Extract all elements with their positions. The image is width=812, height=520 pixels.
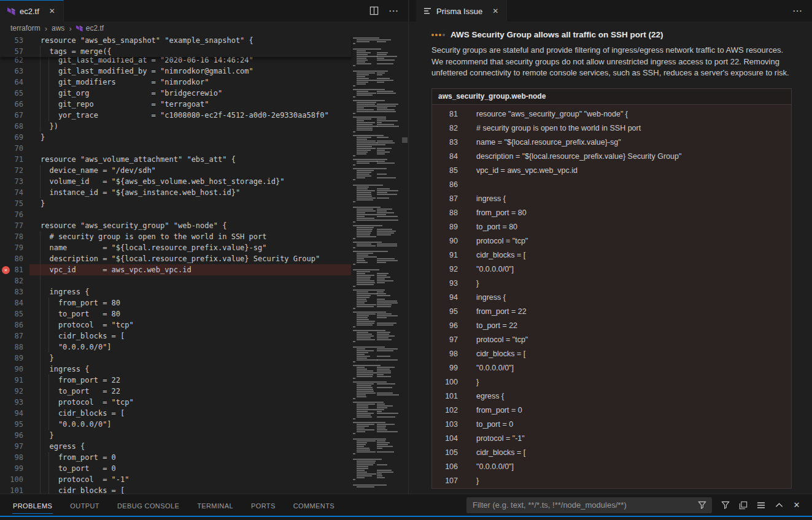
issue-code-line: 94ingress { [432,291,791,305]
code-line[interactable]: 96 } [0,430,408,441]
code-line[interactable]: 89 } [0,353,408,364]
problems-filter-input[interactable]: Filter (e.g. text, **/*.ts, !**/node_mod… [466,497,712,513]
line-number: 90 [0,364,29,375]
code-line[interactable]: ✕81 vpc_id = aws_vpc.web_vpc.id [0,264,408,275]
indent-guide [48,319,49,331]
code-line[interactable]: 78 # security group is open to the world… [0,231,408,242]
line-number: 94 [0,408,29,419]
close-panel-icon[interactable]: ✕ [792,500,802,510]
code-line[interactable]: 88 "0.0.0.0/0"] [0,342,408,353]
breadcrumb-item-aws[interactable]: aws [52,24,64,32]
close-icon[interactable]: ✕ [490,6,500,16]
line-number: 64 [0,77,29,88]
code-line[interactable]: 77resource "aws_security_group" "web-nod… [0,220,408,231]
indent-guide [40,319,41,331]
line-number: 78 [0,231,29,242]
code-line[interactable]: 73 volume_id = "${aws_ebs_volume.web_hos… [0,176,408,187]
code-line[interactable]: 67 yor_trace = "c1008080-ec2f-4512-a0d0-… [0,110,408,121]
code-line[interactable]: 53resource "aws_ebs_snapshot" "example_s… [0,35,351,46]
code-line[interactable]: 99 to_port = 0 [0,463,408,474]
filter-icon[interactable] [721,500,730,510]
more-actions-icon[interactable]: ⋯ [389,6,399,16]
indent-guide [48,331,49,342]
maximize-panel-icon[interactable] [774,500,784,510]
indent-guide [48,419,49,430]
code-line[interactable]: 64 git_modifiers = "nimrodkor" [0,77,408,88]
panel-tab-output[interactable]: OUTPUT [69,497,100,514]
terraform-icon [7,7,15,15]
issue-code-line: 95from_port = 22 [432,305,791,319]
line-number: 79 [0,242,29,253]
indent-guide [40,485,41,494]
breadcrumb-item-terraform[interactable]: terraform [10,24,41,32]
code-line[interactable]: 79 name = "${local.resource_prefix.value… [0,242,408,253]
line-number: 82 [432,121,458,136]
tab-ec2-tf[interactable]: ec2.tf ✕ [0,0,64,21]
code-line[interactable]: 69} [0,132,408,143]
indent-guide [40,430,41,441]
breadcrumb-item-file[interactable]: ec2.tf [86,24,104,32]
code-line[interactable]: 92 to_port = 22 [0,386,408,397]
indent-guide [40,88,41,99]
code-line[interactable]: 80 description = "${local.resource_prefi… [0,253,408,264]
line-content: resource "aws_security_group" "web-node"… [476,107,628,121]
code-line[interactable]: 83 ingress { [0,286,408,297]
code-line[interactable]: 101 cidr_blocks = [ [0,485,408,494]
panel-tab-ports[interactable]: PORTS [250,497,276,514]
code-editor[interactable]: 62 git_last_modified_at = "2020-06-16 14… [0,35,408,494]
filter-funnel-icon[interactable] [697,500,707,510]
tab-prisma-issue[interactable]: Prisma Issue ✕ [416,0,507,21]
code-line[interactable]: 75} [0,198,408,209]
code-line[interactable]: 57 tags = merge({ [0,46,351,57]
code-line[interactable]: 72 device_name = "/dev/sdh" [0,165,408,176]
code-line[interactable]: 100 protocol = "-1" [0,474,408,485]
indent-guide [40,242,41,253]
view-as-list-icon[interactable] [756,500,766,510]
line-number: 98 [0,452,29,463]
code-line[interactable]: 68 }) [0,121,408,132]
code-line[interactable]: 97 egress { [0,441,408,452]
indent-guide [48,342,49,353]
line-number: 100 [432,375,458,389]
line-number: 89 [0,353,29,364]
code-line[interactable]: 87 cidr_blocks = [ [0,331,408,342]
split-editor-icon[interactable] [369,6,379,15]
code-line[interactable]: 74 instance_id = "${aws_instance.web_hos… [0,187,408,198]
code-line[interactable]: 71resource "aws_volume_attachment" "ebs_… [0,154,408,165]
code-line[interactable]: 65 git_org = "bridgecrewio" [0,88,408,99]
code-line[interactable]: 95 "0.0.0.0/0"] [0,419,408,430]
collapse-all-icon[interactable] [738,500,748,510]
issue-code-line: 85vpc_id = aws_vpc.web_vpc.id [432,164,791,178]
issue-title: AWS Security Group allows all traffic on… [450,30,663,39]
code-line[interactable]: 82 [0,275,408,286]
issue-code-line: 107} [432,474,791,488]
line-content: } [476,474,479,488]
line-content: to_port = 22 [476,319,517,333]
code-block-header: aws_security_group.web-node [432,89,791,105]
error-icon[interactable]: ✕ [2,266,10,274]
line-content: from_port = 22 [476,305,527,319]
code-line[interactable]: 63 git_last_modified_by = "nimrodkor@gma… [0,66,408,77]
indent-guide [48,408,49,419]
code-line[interactable]: 76 [0,209,408,220]
panel-tab-terminal[interactable]: TERMINAL [196,497,234,514]
code-line[interactable]: 86 protocol = "tcp" [0,319,408,331]
code-line[interactable]: 93 protocol = "tcp" [0,397,408,408]
code-line[interactable]: 98 from_port = 0 [0,452,408,463]
code-line[interactable]: 70 [0,143,408,154]
line-number: 87 [0,331,29,342]
minimap[interactable] [351,35,401,494]
panel-tab-debug-console[interactable]: DEBUG CONSOLE [117,497,180,514]
more-actions-icon[interactable]: ⋯ [792,6,803,16]
scrollbar-thumb[interactable] [402,137,408,143]
close-icon[interactable]: ✕ [47,6,57,16]
code-line[interactable]: 94 cidr_blocks = [ [0,408,408,419]
code-line[interactable]: 66 git_repo = "terragoat" [0,99,408,110]
code-line[interactable]: 90 ingress { [0,364,408,375]
code-line[interactable]: 91 from_port = 22 [0,375,408,386]
code-line[interactable]: 84 from_port = 80 [0,297,408,308]
code-line[interactable]: 85 to_port = 80 [0,308,408,319]
line-content: "0.0.0.0/0"] [476,262,514,277]
panel-tab-comments[interactable]: COMMENTS [293,497,335,514]
panel-tab-problems[interactable]: PROBLEMS [12,497,53,514]
